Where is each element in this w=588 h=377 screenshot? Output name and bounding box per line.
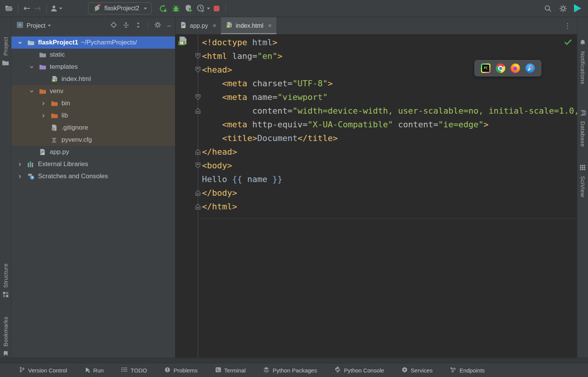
bookmark-icon — [3, 350, 9, 358]
chevron-down-icon[interactable] — [48, 25, 51, 27]
open-project-icon[interactable] — [4, 3, 14, 14]
tree-item--gitignore[interactable]: .gitignore — [11, 122, 175, 134]
code-line[interactable]: content="width=device-width, user-scalab… — [175, 104, 577, 118]
code-line[interactable]: <meta charset="UTF-8"> — [175, 77, 577, 90]
tree-item-lib[interactable]: lib — [11, 109, 175, 122]
forward-button[interactable]: → — [32, 3, 43, 14]
tree-item-templates[interactable]: templates — [11, 61, 175, 73]
statusbar-item-services[interactable]: Services — [402, 367, 433, 374]
right-toolwindow-stripe: NotificationsDatabaseSciView — [577, 17, 588, 358]
stripe-tab-notifications[interactable]: Notifications — [577, 39, 588, 84]
folder-icon — [39, 88, 47, 95]
tab-options-menu-icon[interactable]: ⋮ — [558, 17, 577, 34]
tree-item-bin[interactable]: bin — [11, 97, 175, 109]
tree-item-app-py[interactable]: app.py — [11, 146, 175, 158]
inspections-ok-icon[interactable] — [564, 39, 572, 47]
statusbar-item-terminal[interactable]: Terminal — [215, 367, 246, 374]
statusbar-item-python-console[interactable]: Python Console — [334, 366, 384, 374]
stripe-tab-project[interactable]: Project — [0, 37, 11, 68]
close-tab-icon[interactable]: × — [268, 22, 272, 30]
pycharm-promo-icon[interactable] — [572, 3, 583, 14]
code-text: </body> — [202, 186, 577, 200]
hide-panel-icon[interactable]: − — [167, 22, 171, 30]
html-file-icon: H — [177, 36, 188, 48]
statusbar-item-version-control[interactable]: Version Control — [19, 366, 67, 374]
tree-item-scratches-and-consoles[interactable]: Scratches and Consoles — [11, 170, 175, 182]
profiler-button[interactable] — [197, 3, 210, 14]
chevron-down-icon[interactable] — [27, 89, 39, 94]
chevron-down-icon[interactable] — [15, 40, 27, 45]
tree-item-venv[interactable]: venv — [11, 85, 175, 97]
code-line[interactable]: <!doctype html> — [175, 36, 577, 49]
chevron-right-icon[interactable] — [39, 101, 51, 106]
fold-start-icon[interactable] — [195, 162, 201, 170]
fold-start-icon[interactable] — [195, 67, 201, 74]
code-line[interactable]: <title>Document</title> — [175, 131, 577, 145]
statusbar-item-run[interactable]: Run — [85, 367, 104, 374]
firefox-browser-icon[interactable] — [511, 63, 520, 73]
run-configuration-select[interactable]: flaskProject2 — [88, 2, 152, 14]
panel-settings-gear-icon[interactable] — [154, 21, 161, 30]
project-panel-title[interactable]: Project — [27, 22, 46, 29]
editor-tab-index-html[interactable]: Hindex.html× — [221, 17, 276, 34]
pycharm-browser-icon[interactable]: PC — [481, 63, 490, 73]
statusbar-item-python-packages[interactable]: Python Packages — [263, 367, 317, 374]
settings-gear-icon[interactable] — [558, 3, 568, 14]
editor-divider-line — [198, 219, 577, 219]
chevron-right-icon[interactable] — [39, 113, 51, 118]
search-everywhere-icon[interactable] — [542, 3, 553, 14]
tree-item-index-html[interactable]: Hindex.html — [11, 73, 175, 85]
stripe-tab-structure[interactable]: Structure — [0, 263, 11, 299]
statusbar-item-label: Python Packages — [273, 367, 317, 374]
rerun-button[interactable] — [158, 3, 169, 14]
tree-item-label: Scratches and Consoles — [38, 173, 108, 180]
safari-browser-icon[interactable] — [525, 63, 535, 73]
editor-area[interactable]: H <!doctype html><html lang="en"><head> … — [175, 34, 577, 358]
code-line[interactable]: Hello {{ name }} — [175, 173, 577, 186]
run-with-coverage-button[interactable] — [184, 3, 194, 14]
statusbar-item-todo[interactable]: TODO — [121, 367, 147, 374]
stripe-tab-bookmarks[interactable]: Bookmarks — [0, 317, 11, 358]
locate-file-icon[interactable] — [110, 21, 117, 30]
tree-item-flaskproject1[interactable]: flaskProject1~/PycharmProjects/ — [11, 36, 175, 49]
chevron-right-icon[interactable] — [15, 174, 27, 179]
chevron-right-icon[interactable] — [15, 162, 27, 167]
statusbar-item-problems[interactable]: Problems — [164, 367, 197, 374]
code-line[interactable]: </html> — [175, 200, 577, 214]
code-line[interactable]: </head> — [175, 145, 577, 159]
profile-button[interactable] — [50, 3, 62, 14]
code-line[interactable]: <meta http-equiv="X-UA-Compatible" conte… — [175, 118, 577, 131]
tree-item-external-libraries[interactable]: External Libraries — [11, 158, 175, 170]
fold-end-icon[interactable] — [195, 149, 201, 157]
chrome-browser-icon[interactable] — [496, 63, 505, 73]
svg-text:H: H — [180, 41, 183, 45]
stripe-tab-database[interactable]: Database — [577, 110, 588, 147]
back-button[interactable]: ← — [22, 3, 32, 14]
stop-button[interactable] — [211, 3, 222, 14]
collapse-all-icon[interactable] — [135, 22, 142, 30]
close-tab-icon[interactable]: × — [213, 22, 216, 30]
code-line[interactable]: </body> — [175, 186, 577, 200]
editor-tab-app-py[interactable]: app.py× — [175, 17, 221, 34]
statusbar-item-label: Python Console — [344, 367, 384, 374]
code-line[interactable]: <body> — [175, 159, 577, 173]
tree-item-static[interactable]: static — [11, 49, 175, 61]
fold-end-icon[interactable] — [195, 190, 201, 198]
fold-start-icon[interactable] — [195, 94, 201, 102]
packages-icon — [263, 367, 270, 374]
chevron-down-icon[interactable] — [27, 65, 39, 70]
svg-text:H: H — [53, 79, 55, 82]
expand-all-icon[interactable] — [123, 22, 129, 30]
tree-item-label: templates — [50, 63, 78, 71]
tree-item-pyvenv-cfg[interactable]: pyvenv.cfg — [11, 134, 175, 146]
statusbar-item-endpoints[interactable]: Endpoints — [450, 367, 485, 374]
fold-end-icon[interactable] — [195, 203, 201, 211]
debug-button[interactable] — [171, 3, 181, 14]
stripe-tab-sciview[interactable]: SciView — [577, 165, 588, 197]
code-line[interactable]: <meta name="viewport" — [175, 90, 577, 104]
html-file-icon: H — [225, 22, 233, 30]
project-panel-header: Project − — [11, 17, 175, 34]
fold-end-icon[interactable] — [195, 108, 201, 116]
project-tree: flaskProject1~/PycharmProjects/statictem… — [11, 34, 175, 182]
fold-start-icon[interactable] — [195, 53, 201, 61]
